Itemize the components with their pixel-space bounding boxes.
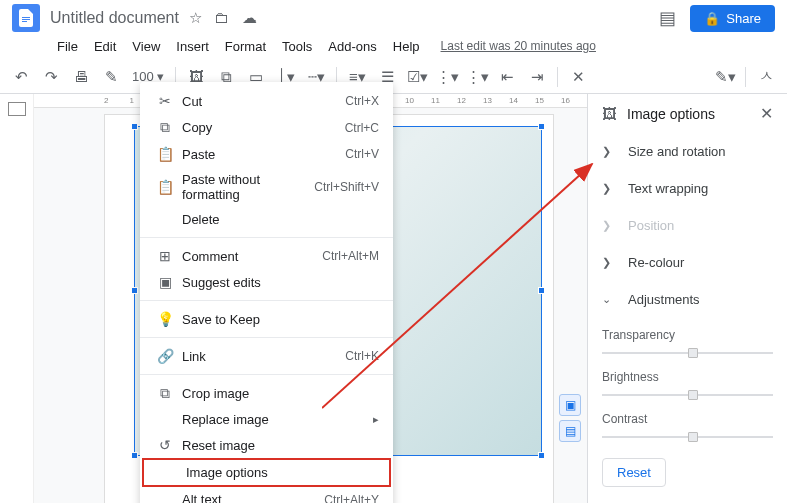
chevron-right-icon: ❯ [602,145,618,158]
last-edit-link[interactable]: Last edit was 20 minutes ago [441,39,596,53]
menu-link[interactable]: 🔗LinkCtrl+K [140,343,393,369]
redo-icon[interactable]: ↷ [38,64,64,90]
paint-format-icon[interactable]: ✎ [98,64,124,90]
resize-handle[interactable] [131,452,138,459]
section-recolour[interactable]: ❯ Re-colour [588,244,787,281]
section-label: Re-colour [628,255,684,270]
print-icon[interactable]: 🖶 [68,64,94,90]
menu-reset-image[interactable]: ↺Reset image [140,432,393,458]
docs-logo[interactable] [12,4,40,32]
keep-icon: 💡 [154,311,176,327]
cloud-icon[interactable]: ☁ [242,9,257,26]
menu-paste-plain[interactable]: 📋Paste without formattingCtrl+Shift+V [140,167,393,207]
cut-icon: ✂ [154,93,176,109]
chevron-right-icon: ❯ [602,182,618,195]
star-icon[interactable]: ☆ [189,9,202,26]
svg-rect-1 [22,19,30,20]
comment-icon: ⊞ [154,248,176,264]
folder-icon[interactable]: 🗀 [214,9,229,26]
menu-format[interactable]: Format [218,37,273,56]
crop-icon: ⧉ [154,385,176,402]
menu-view[interactable]: View [125,37,167,56]
section-size-rotation[interactable]: ❯ Size and rotation [588,133,787,170]
menu-crop[interactable]: ⧉Crop image [140,380,393,407]
section-text-wrapping[interactable]: ❯ Text wrapping [588,170,787,207]
contrast-slider[interactable] [602,430,773,444]
comments-icon[interactable]: ▤ [659,7,676,29]
paste-plain-icon: 📋 [154,179,176,195]
section-label: Position [628,218,674,233]
svg-rect-2 [22,21,27,22]
bulleted-list-icon[interactable]: ⋮▾ [434,64,460,90]
menu-copy[interactable]: ⧉CopyCtrl+C [140,114,393,141]
wrap-inline-icon[interactable]: ▣ [559,394,581,416]
menu-suggest[interactable]: ▣Suggest edits [140,269,393,295]
resize-handle[interactable] [538,123,545,130]
brightness-slider[interactable] [602,388,773,402]
decrease-indent-icon[interactable]: ⇤ [494,64,520,90]
clear-format-icon[interactable]: ✕ [565,64,591,90]
link-icon: 🔗 [154,348,176,364]
menu-image-options[interactable]: Image options [142,458,391,487]
image-options-panel: 🖼 Image options ✕ ❯ Size and rotation ❯ … [587,94,787,503]
resize-handle[interactable] [538,452,545,459]
menu-paste[interactable]: 📋PasteCtrl+V [140,141,393,167]
menu-help[interactable]: Help [386,37,427,56]
editing-mode-icon[interactable]: ✎▾ [712,64,738,90]
section-label: Adjustments [628,292,700,307]
svg-rect-0 [22,17,30,18]
menu-file[interactable]: File [50,37,85,56]
context-menu: ✂CutCtrl+X ⧉CopyCtrl+C 📋PasteCtrl+V 📋Pas… [140,82,393,503]
transparency-label: Transparency [602,328,773,342]
menu-bar: File Edit View Insert Format Tools Add-o… [0,36,787,60]
checklist-icon[interactable]: ☑▾ [404,64,430,90]
menu-addons[interactable]: Add-ons [321,37,383,56]
share-button[interactable]: 🔒 Share [690,5,775,32]
reset-icon: ↺ [154,437,176,453]
reset-button[interactable]: Reset [602,458,666,487]
section-adjustments[interactable]: ⌄ Adjustments [588,281,787,318]
lock-icon: 🔒 [704,11,720,26]
menu-edit[interactable]: Edit [87,37,123,56]
hide-menus-icon[interactable]: ㅅ [753,64,779,90]
toolbar: ↶ ↷ 🖶 ✎ 100 ▾ 🖼 ⧉ ▭ │▾ ┄▾ ≡▾ ☰ ☑▾ ⋮▾ ⋮▾ … [0,60,787,94]
transparency-slider[interactable] [602,346,773,360]
chevron-down-icon: ⌄ [602,293,618,306]
contrast-label: Contrast [602,412,773,426]
suggest-icon: ▣ [154,274,176,290]
image-icon: 🖼 [602,105,617,122]
chevron-right-icon: ❯ [602,219,618,232]
increase-indent-icon[interactable]: ⇥ [524,64,550,90]
menu-save-keep[interactable]: 💡Save to Keep [140,306,393,332]
menu-replace[interactable]: Replace image▸ [140,407,393,432]
copy-icon: ⧉ [154,119,176,136]
menu-insert[interactable]: Insert [169,37,216,56]
brightness-label: Brightness [602,370,773,384]
section-position: ❯ Position [588,207,787,244]
menu-alt-text[interactable]: Alt textCtrl+Alt+Y [140,487,393,503]
resize-handle[interactable] [538,287,545,294]
resize-handle[interactable] [131,287,138,294]
menu-tools[interactable]: Tools [275,37,319,56]
menu-comment[interactable]: ⊞CommentCtrl+Alt+M [140,243,393,269]
share-label: Share [726,11,761,26]
menu-cut[interactable]: ✂CutCtrl+X [140,88,393,114]
menu-delete[interactable]: Delete [140,207,393,232]
wrap-break-icon[interactable]: ▤ [559,420,581,442]
close-icon[interactable]: ✕ [760,104,773,123]
submenu-arrow-icon: ▸ [373,413,379,426]
paste-icon: 📋 [154,146,176,162]
section-label: Text wrapping [628,181,708,196]
document-title[interactable]: Untitled document [50,9,179,27]
panel-title: Image options [627,106,715,122]
section-label: Size and rotation [628,144,726,159]
outline-toggle[interactable] [0,94,34,503]
undo-icon[interactable]: ↶ [8,64,34,90]
chevron-right-icon: ❯ [602,256,618,269]
numbered-list-icon[interactable]: ⋮▾ [464,64,490,90]
resize-handle[interactable] [131,123,138,130]
